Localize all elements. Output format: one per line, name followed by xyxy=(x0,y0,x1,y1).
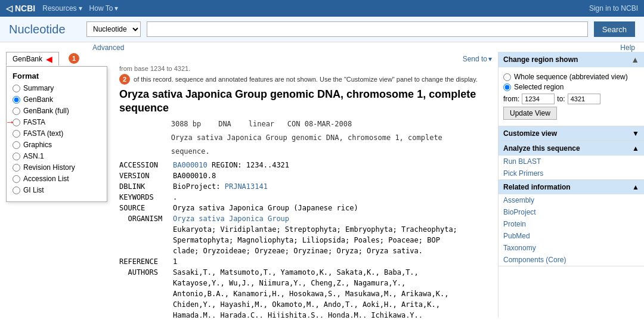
field-source: SOURCE Oryza sativa Japonica Group (Japa… xyxy=(119,203,492,213)
customize-view-title: Customize view xyxy=(503,129,557,138)
customize-view-section: Customize view ▼ xyxy=(499,126,644,141)
from-label: from: xyxy=(503,95,519,103)
format-dropdown: Format Summary GenBank GenBank (full) → … xyxy=(6,66,107,202)
resources-link[interactable]: Resources ▾ xyxy=(42,4,82,13)
sign-in-link[interactable]: Sign in to NCBI xyxy=(589,4,638,13)
customize-view-header: Customize view ▼ xyxy=(499,126,644,141)
format-fasta[interactable]: → FASTA xyxy=(13,117,107,127)
analyze-collapse-icon[interactable]: ▲ xyxy=(632,144,639,153)
format-title: Format xyxy=(13,72,107,80)
field-dblink: DBLINK BioProject: PRJNA13141 xyxy=(119,181,492,192)
content-area: Send to ▾ from base 1234 to 4321. 2 of t… xyxy=(113,52,498,318)
format-accession-radio[interactable] xyxy=(13,175,20,183)
taxonomy-link[interactable]: Taxonomy xyxy=(499,242,644,254)
format-fasta-label: FASTA xyxy=(23,118,45,126)
bioproject-related-link[interactable]: BioProject xyxy=(499,206,644,218)
badge-1: 1 xyxy=(69,53,79,64)
format-summary-label: Summary xyxy=(23,84,54,92)
change-region-collapse-icon[interactable]: ▲ xyxy=(631,55,639,64)
format-graphics[interactable]: Graphics xyxy=(13,140,107,150)
change-region-header: Change region shown ▲ xyxy=(499,52,644,67)
bioproject-link[interactable]: PRJNA13141 xyxy=(225,182,268,191)
organism-link[interactable]: Oryza sativa Japonica Group xyxy=(173,215,289,223)
pubmed-link[interactable]: PubMed xyxy=(499,230,644,242)
send-to-bar: Send to ▾ xyxy=(119,55,492,63)
main-area: GenBank ◀ 1 Format Summary GenBank GenBa… xyxy=(0,52,644,318)
search-input[interactable] xyxy=(147,21,588,37)
search-bar-container: Nucleotide Nucleotide Protein Gene Genom… xyxy=(0,17,644,52)
format-revision[interactable]: Revision History xyxy=(13,163,107,172)
pick-primers-link[interactable]: Pick Primers xyxy=(499,167,644,179)
top-navigation: ◁ NCBI Resources ▾ How To ▾ Sign in to N… xyxy=(0,0,644,17)
components-core-link[interactable]: Components (Core) xyxy=(499,254,644,266)
field-authors: AUTHORS Sasaki,T., Matsumoto,T., Yamamot… xyxy=(119,267,492,278)
field-authors-4: Chiden,Y., Hayashi,M., Okamoto,M., Ando,… xyxy=(119,299,492,310)
change-region-content: Whole sequence (abbreviated view) Select… xyxy=(499,67,644,126)
field-taxonomy-3: clade; Oryzoideae; Oryzeae; Oryzinae; Or… xyxy=(119,246,492,256)
genbank-tab-label: GenBank xyxy=(13,55,42,63)
format-genbank-full-radio[interactable] xyxy=(13,107,20,115)
whole-sequence-label: Whole sequence (abbreviated view) xyxy=(514,73,628,81)
field-keywords: KEYWORDS . xyxy=(119,192,492,203)
format-graphics-radio[interactable] xyxy=(13,141,20,149)
ncbi-logo[interactable]: ◁ NCBI xyxy=(6,4,35,13)
related-title: Related information xyxy=(503,183,571,191)
whole-sequence-radio[interactable] xyxy=(503,73,511,81)
record-title-text: Oryza sativa Japonica Group genomic DNA,… xyxy=(119,88,476,114)
format-gilist-radio[interactable] xyxy=(13,187,20,194)
from-input[interactable] xyxy=(522,94,555,104)
to-label: to: xyxy=(557,95,565,103)
field-version: VERSION BA000010.8 xyxy=(119,170,492,181)
top-nav-left: ◁ NCBI Resources ▾ How To ▾ xyxy=(6,4,118,13)
search-button[interactable]: Search xyxy=(594,21,635,37)
genbank-data: 3088 bp DNA linear CON 08-MAR-2008 Oryza… xyxy=(119,119,492,318)
format-summary-radio[interactable] xyxy=(13,85,20,92)
whole-sequence-row: Whole sequence (abbreviated view) xyxy=(503,73,639,81)
region-notice: from base 1234 to 4321. xyxy=(119,65,492,72)
format-fasta-text[interactable]: FASTA (text) xyxy=(13,129,107,138)
search-bar: Nucleotide Nucleotide Protein Gene Genom… xyxy=(0,17,644,42)
format-accession-label: Accession List xyxy=(23,175,69,183)
field-taxonomy-1: Eukaryota; Viridiplantae; Streptophyta; … xyxy=(119,224,492,235)
field-authors-2: Katayose,Y., Wu,J., Niimura,Y., Cheng,Z.… xyxy=(119,278,492,288)
format-genbank-full-label: GenBank (full) xyxy=(23,107,69,115)
selected-region-radio[interactable] xyxy=(503,83,511,91)
advanced-search-link[interactable]: Advanced xyxy=(92,44,124,52)
format-gilist-label: GI List xyxy=(23,186,44,194)
format-fasta-text-radio[interactable] xyxy=(13,130,20,138)
analyze-title: Analyze this sequence xyxy=(503,144,580,153)
field-authors-5: Hamada,M., Harada,C., Hijishita,S., Hond… xyxy=(119,310,492,318)
related-header: Related information ▲ xyxy=(499,180,644,194)
protein-link[interactable]: Protein xyxy=(499,218,644,230)
format-revision-label: Revision History xyxy=(23,163,75,172)
genbank-arrow-icon: ◀ xyxy=(46,54,52,64)
format-summary[interactable]: Summary xyxy=(13,83,107,93)
format-gilist[interactable]: GI List xyxy=(13,185,107,195)
assembly-link[interactable]: Assembly xyxy=(499,194,644,206)
database-select[interactable]: Nucleotide Protein Gene Genome xyxy=(86,21,141,37)
to-input[interactable] xyxy=(568,94,600,104)
accession-link[interactable]: BA000010 xyxy=(173,161,208,169)
selected-region-row: Selected region xyxy=(503,83,639,91)
format-genbank[interactable]: GenBank xyxy=(13,95,107,104)
left-panel: GenBank ◀ 1 Format Summary GenBank GenBa… xyxy=(0,52,113,318)
update-view-button[interactable]: Update View xyxy=(503,107,557,120)
format-asn1[interactable]: ASN.1 xyxy=(13,151,107,161)
change-region-section: Change region shown ▲ Whole sequence (ab… xyxy=(499,52,644,126)
howto-link[interactable]: How To ▾ xyxy=(89,4,119,13)
format-revision-radio[interactable] xyxy=(13,164,20,172)
format-asn1-radio[interactable] xyxy=(13,153,20,160)
send-to-button[interactable]: Send to ▾ xyxy=(463,55,492,63)
format-genbank-full[interactable]: GenBank (full) xyxy=(13,106,107,116)
analyze-header: Analyze this sequence ▲ xyxy=(499,141,644,156)
search-sub-bar: Advanced Help xyxy=(0,42,644,52)
genbank-tab[interactable]: GenBank ◀ xyxy=(6,52,59,66)
customize-collapse-icon[interactable]: ▼ xyxy=(632,129,639,138)
help-link[interactable]: Help xyxy=(620,44,635,52)
format-accession[interactable]: Accession List xyxy=(13,174,107,184)
field-organism: ORGANISM Oryza sativa Japonica Group xyxy=(119,213,492,224)
run-blast-link[interactable]: Run BLAST xyxy=(499,156,644,167)
format-genbank-radio[interactable] xyxy=(13,96,20,104)
format-asn1-label: ASN.1 xyxy=(23,152,44,160)
related-collapse-icon[interactable]: ▲ xyxy=(632,183,639,191)
